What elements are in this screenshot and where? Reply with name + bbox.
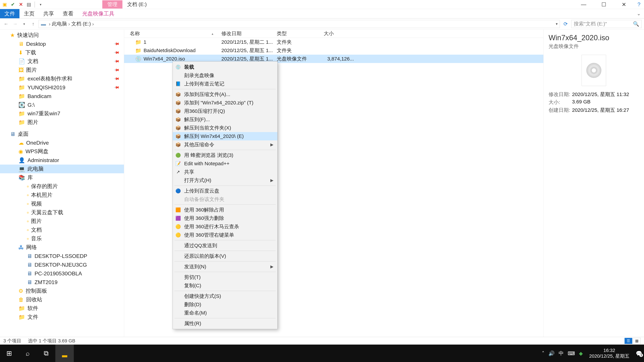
close-button[interactable]: ✕ (614, 0, 634, 9)
tray-ime-icon[interactable]: 中 (559, 350, 564, 357)
tree-item[interactable]: ▫文档 (0, 226, 124, 234)
ribbon-tab-share[interactable]: 共享 (39, 9, 58, 18)
tree-item[interactable]: ▫图片 (0, 217, 124, 226)
tree-item[interactable]: 📁YUNQISHI2019📌 (0, 83, 124, 92)
tree-item[interactable]: 💽G:\ (0, 100, 124, 109)
chevron-right-icon[interactable]: › (49, 21, 50, 27)
tree-item[interactable]: ▫音乐 (0, 234, 124, 243)
context-menu-item[interactable]: 📦添加到 "Win7x64_2020.zip" (T) (173, 98, 278, 107)
tree-item[interactable]: 🖥DESKTOP-LSSOEDP (0, 252, 124, 260)
context-menu-item[interactable]: 📦解压到当前文件夹(X) (173, 124, 278, 132)
qat-folder-icon[interactable]: ▣ (1, 1, 8, 8)
tree-item[interactable]: 📁文件 (0, 313, 124, 322)
context-menu-item[interactable]: 📘上传到有道云笔记 (173, 80, 278, 88)
breadcrumb-dropdown-icon[interactable]: ▾ (556, 22, 558, 26)
tree-item[interactable]: ◉WPS网盘 (0, 147, 124, 156)
tree-item[interactable]: 📁win7重装win7 (0, 109, 124, 118)
taskbar-clock[interactable]: 16:32 2020/12/25, 星期五 (587, 348, 632, 359)
qat-props-icon[interactable]: ▤ (26, 1, 32, 8)
action-center-icon[interactable]: 💬3 (636, 351, 642, 356)
context-menu-item[interactable]: 刻录光盘映像 (173, 71, 278, 80)
search-input[interactable]: 搜索"文档 (E:)" 🔍 (571, 20, 642, 28)
context-menu-item[interactable]: 属性(R) (173, 319, 278, 328)
search-icon[interactable]: 🔍 (633, 21, 639, 27)
context-menu-item[interactable]: 发送到(N)▶ (173, 263, 278, 271)
tree-item[interactable]: 💻此电脑 (0, 165, 124, 173)
tree-item[interactable]: 📁Bandicam (0, 92, 124, 100)
tree-item[interactable]: 🖥ZMT2019 (0, 278, 124, 287)
breadcrumb[interactable]: ▬ › 此电脑 › 文档 (E:) › ▾ (38, 20, 560, 28)
context-menu-item[interactable]: 🔵上传到百度云盘 (173, 187, 278, 195)
file-row[interactable]: 📁BaiduNetdiskDownload 2020/12/25, 星期五 1.… (124, 46, 544, 55)
tree-item[interactable]: 📚库 (0, 173, 124, 182)
tray-volume-icon[interactable]: 🔊 (548, 351, 554, 356)
tray-chevron-up-icon[interactable]: ˄ (542, 351, 544, 356)
tree-item[interactable]: 📁excel表格制作求和📌 (0, 74, 124, 83)
qat-check-icon[interactable]: ✔ (10, 1, 16, 8)
refresh-button[interactable]: ⟳ (562, 20, 570, 28)
context-menu-item[interactable]: 🟧使用 360解除占用 (173, 206, 278, 214)
col-header-name[interactable]: 名称▴ (124, 30, 221, 37)
context-menu-item[interactable]: 复制(C) (173, 281, 278, 290)
ribbon-expand-icon[interactable]: ⌄ (637, 9, 644, 18)
context-menu-item[interactable]: 📦解压到(F)... (173, 115, 278, 124)
tree-item[interactable]: 🖥Desktop📌 (0, 39, 124, 48)
tree-item[interactable]: ⬇下载📌 (0, 48, 124, 57)
context-menu-item[interactable]: 通过QQ发送到 (173, 241, 278, 250)
col-header-type[interactable]: 类型 (277, 30, 324, 37)
tray-security-icon[interactable]: ◆ (579, 351, 583, 356)
context-menu-item[interactable]: 📦解压到 Win7x64_2020\ (E) (173, 132, 278, 140)
tree-item[interactable]: ▫天翼云盘下载 (0, 208, 124, 217)
context-menu-item[interactable]: 创建快捷方式(S) (173, 292, 278, 300)
context-menu-item[interactable]: 🟡使用 360进行木马云查杀 (173, 222, 278, 231)
context-menu-item[interactable]: 💿装载 (173, 63, 278, 71)
breadcrumb-part[interactable]: 此电脑 (52, 20, 67, 27)
tree-item[interactable]: 📁软件 (0, 304, 124, 313)
nav-tree[interactable]: ★快速访问 🖥Desktop📌⬇下载📌📄文档📌🖼图片📌📁excel表格制作求和📌… (0, 29, 124, 337)
context-menu-item[interactable]: 🟡使用 360管理右键菜单 (173, 231, 278, 239)
col-header-date[interactable]: 修改日期 (221, 30, 277, 37)
tree-item[interactable]: 📄文档📌 (0, 57, 124, 66)
minimize-button[interactable]: — (574, 0, 594, 9)
task-view-button[interactable]: ⧉ (37, 345, 55, 362)
maximize-button[interactable]: ☐ (594, 0, 614, 9)
tray-keyboard-icon[interactable]: ⌨ (568, 351, 575, 356)
nav-up-button[interactable]: ↑ (30, 20, 37, 28)
taskbar-explorer-button[interactable]: ▂ (55, 345, 74, 362)
tree-item[interactable]: ☁OneDrive (0, 138, 124, 147)
context-menu-item[interactable]: 📦用360压缩打开(Q) (173, 107, 278, 115)
tree-item[interactable]: 👤Administrator (0, 156, 124, 165)
qat-x-icon[interactable]: ✕ (18, 1, 24, 8)
file-row[interactable]: 📁1 2020/12/15, 星期二 1... 文件夹 (124, 38, 544, 46)
nav-back-button[interactable]: ← (2, 20, 10, 28)
context-menu-item[interactable]: 📝Edit with Notepad++ (173, 159, 278, 168)
contextual-tab-manage[interactable]: 管理 (102, 0, 122, 8)
context-menu-item[interactable]: 📦添加到压缩文件(A)... (173, 90, 278, 98)
tree-item[interactable]: 🖥PC-20190530OBLA (0, 269, 124, 278)
taskbar-search-button[interactable]: ⌕ (18, 345, 37, 362)
context-menu-item[interactable]: 📦其他压缩命令▶ (173, 140, 278, 149)
tree-quick-access[interactable]: ★快速访问 (0, 31, 124, 39)
tree-item[interactable]: ▫保存的图片 (0, 182, 124, 191)
col-header-size[interactable]: 大小 (324, 30, 357, 37)
context-menu-item[interactable]: 打开方式(H)▶ (173, 176, 278, 185)
view-icons-button[interactable]: ▦ (633, 338, 641, 344)
context-menu-item[interactable]: 🟪使用 360强力删除 (173, 214, 278, 222)
chevron-right-icon[interactable]: › (68, 21, 70, 27)
tree-item[interactable]: 🖼图片📌 (0, 66, 124, 74)
tree-item[interactable]: 🗑回收站 (0, 295, 124, 304)
context-menu-item[interactable]: 删除(D) (173, 300, 278, 309)
context-menu-item[interactable]: ↗共享 (173, 168, 278, 176)
context-menu-item[interactable]: 🟢用 蜂蜜浏览器 浏览(3) (173, 151, 278, 159)
tree-network[interactable]: 🖧网络 (0, 243, 124, 252)
chevron-right-icon[interactable]: › (92, 21, 94, 27)
tree-item[interactable]: 🖥DESKTOP-NJEU3CG (0, 260, 124, 269)
ribbon-tab-view[interactable]: 查看 (58, 9, 78, 18)
context-menu-item[interactable]: 重命名(M) (173, 309, 278, 317)
ribbon-tab-home[interactable]: 主页 (20, 9, 39, 18)
qat-dropdown-icon[interactable]: ▾ (37, 1, 44, 8)
breadcrumb-part[interactable]: 文档 (E:) (71, 20, 91, 27)
ribbon-tab-disc-tool[interactable]: 光盘映像工具 (78, 9, 119, 18)
tree-item[interactable]: ⚙控制面板 (0, 287, 124, 295)
context-menu-item[interactable]: 剪切(T) (173, 273, 278, 281)
